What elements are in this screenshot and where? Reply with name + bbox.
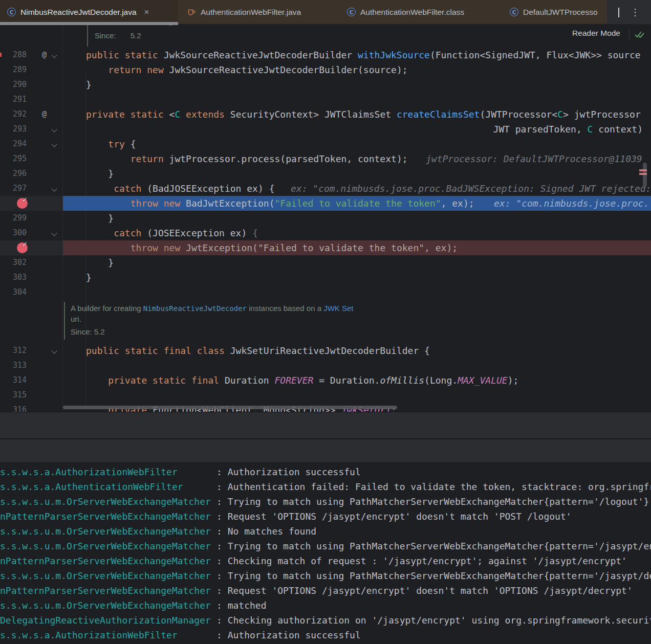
line-number: 313 (0, 358, 27, 373)
reader-mode-toggle[interactable]: Reader Mode (572, 29, 620, 38)
console-row: nPatternParserServerWebExchangeMatcher: … (0, 583, 651, 598)
console-row: s.s.w.s.a.AuthenticationWebFilter: Authe… (0, 479, 651, 494)
tab-authenticationwebfilter-class[interactable]: C AuthenticationWebFilter.class (340, 0, 491, 24)
line-number: 291 (0, 92, 27, 107)
breakpoint-icon[interactable]: ✓ (17, 198, 28, 209)
console-message: Checking match of request : '/jasypt/enc… (228, 556, 627, 566)
code-text: catch (JOSEException ex) { (63, 226, 258, 240)
line-number: 290 (0, 77, 27, 92)
code-text: private static final Duration FOREVER = … (63, 373, 518, 388)
console-message: matched (228, 600, 267, 611)
doc-link[interactable]: JWK Set (323, 304, 353, 313)
console-logger: s.s.w.s.u.m.OrServerWebExchangeMatcher (0, 524, 216, 539)
kebab-menu-icon[interactable]: ⋮ (631, 7, 640, 17)
line-number: 288 (0, 48, 27, 62)
code-line-291: 291 (0, 92, 651, 107)
code-text: } (63, 77, 92, 92)
code-line-290: 290} (0, 77, 651, 92)
tab-label: NimbusReactiveJwtDecoder.java (20, 8, 137, 17)
console-logger: DelegatingReactiveAuthorizationManager (0, 613, 216, 628)
gutter: ✓ (0, 240, 62, 255)
console-message: Authorization successful (228, 630, 361, 640)
chevron-down-icon[interactable] (618, 8, 619, 17)
gutter: 315 (0, 388, 62, 403)
run-console: s.s.w.s.a.AuthorizationWebFilter: Author… (0, 462, 651, 644)
doc-quote-border (87, 24, 88, 47)
console-logger: nPatternParserServerWebExchangeMatcher (0, 553, 216, 568)
code-line-299: 299 } (0, 211, 651, 226)
fold-chevron-icon[interactable] (51, 52, 57, 58)
console-row: s.s.w.s.u.m.OrServerWebExchangeMatcher: … (0, 524, 651, 539)
console-row: DelegatingReactiveAuthorizationManager: … (0, 613, 651, 628)
gutter: 290 (0, 77, 62, 92)
gutter: 292@ (0, 107, 62, 122)
fold-chevron-icon[interactable] (51, 348, 57, 353)
line-number: 294 (0, 137, 27, 151)
code-line-301: ✓ throw new JwtException("Failed to vali… (0, 240, 651, 255)
code-text: } (63, 166, 114, 181)
java-file-icon (187, 8, 196, 16)
gutter: 312 (0, 343, 62, 358)
fold-chevron-icon[interactable] (51, 126, 57, 132)
inspections-ok-icon[interactable] (634, 29, 645, 39)
console-message: Trying to match using PathMatcherServerW… (228, 541, 651, 551)
code-text: } (63, 211, 114, 226)
tab-bar-controls: ⋮ (607, 0, 651, 24)
console-message: Checking authorization on '/jasypt/encry… (228, 615, 651, 626)
line-number: 316 (0, 403, 27, 412)
line-number: 289 (0, 62, 27, 77)
annotation-icon[interactable]: @ (42, 107, 47, 122)
code-text: } (63, 270, 92, 285)
breakpoint-check-icon: ✓ (22, 240, 28, 248)
line-number: 314 (0, 373, 27, 388)
vertical-scrollbar[interactable] (643, 163, 647, 187)
gutter: 313 (0, 358, 62, 373)
console-logger: s.s.w.s.a.AuthorizationWebFilter (0, 464, 216, 479)
tab-label: AuthenticationWebFilter.java (201, 8, 301, 17)
gutter: ✓ (0, 196, 62, 211)
console-row: s.s.w.s.a.AuthorizationWebFilter: Author… (0, 464, 651, 479)
tab-defaultjwtprocessor[interactable]: C DefaultJWTProcesso (503, 0, 607, 24)
code-text: private static <C extends SecurityContex… (63, 107, 641, 122)
debugger-panel-band (0, 412, 651, 438)
editor-tab-bar: C NimbusReactiveJwtDecoder.java × Authen… (0, 0, 651, 24)
console-logger: s.s.w.s.a.AuthenticationWebFilter (0, 479, 216, 494)
code-text: } (63, 255, 114, 270)
code-line-300: 300 catch (JOSEException ex) { (0, 226, 651, 240)
console-logger: s.s.w.s.u.m.OrServerWebExchangeMatcher (0, 568, 216, 583)
line-number: 292 (0, 107, 27, 122)
active-tab-scroll-indicator[interactable] (0, 22, 178, 25)
divider (629, 30, 630, 39)
class-icon: C (7, 8, 16, 16)
code-line-314: 314 private static final Duration FOREVE… (0, 373, 651, 388)
console-message: Trying to match using PathMatcherServerW… (228, 496, 649, 507)
code-line-304: 304 (0, 285, 651, 300)
breakpoint-icon[interactable]: ✓ (17, 242, 28, 253)
code-text: try { (63, 137, 136, 151)
debugger-inline-hint: ex: "com.nimbusds.jose.proc. (494, 196, 649, 211)
gutter: 303 (0, 270, 62, 285)
close-icon[interactable]: × (144, 8, 149, 16)
line-number: 303 (0, 270, 27, 285)
gutter: 316 (0, 403, 62, 412)
console-message: No matches found (228, 526, 316, 537)
fold-chevron-icon[interactable] (51, 230, 57, 236)
error-stripe-mark[interactable] (639, 173, 647, 175)
console-logger: nPatternParserServerWebExchangeMatcher (0, 583, 216, 598)
tab-authenticationwebfilter-java[interactable]: AuthenticationWebFilter.java (180, 0, 334, 24)
horizontal-scrollbar[interactable] (63, 406, 397, 409)
annotation-icon[interactable]: @ (42, 48, 47, 62)
code-line-313: 313 (0, 358, 651, 373)
console-row: s.s.w.s.u.m.OrServerWebExchangeMatcher: … (0, 494, 651, 509)
fold-chevron-icon[interactable] (51, 186, 57, 191)
gutter: 294 (0, 137, 62, 151)
breakpoint-check-icon: ✓ (22, 196, 28, 204)
code-line-289: 289 return new JwkSourceReactiveJwtDecod… (0, 62, 651, 77)
gutter-error-mark (0, 53, 2, 57)
code-line-303: 303} (0, 270, 651, 285)
error-stripe-mark[interactable] (639, 169, 647, 171)
fold-chevron-icon[interactable] (51, 141, 57, 147)
gutter: 304 (0, 285, 62, 300)
code-line-294: 294 try { (0, 137, 651, 151)
tab-nimbusreactivejwtdecoder[interactable]: C NimbusReactiveJwtDecoder.java × (0, 0, 178, 24)
